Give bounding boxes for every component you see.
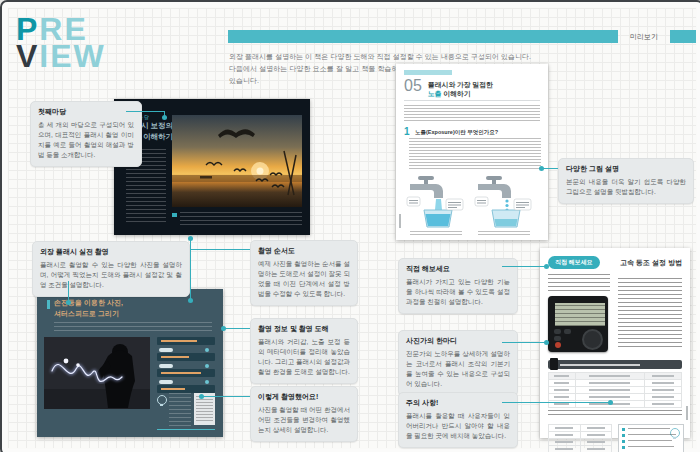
header-bar-right [670,30,696,43]
lesson-title-suffix: 이해하기 [442,90,471,97]
callout-title: 첫째마당 [38,107,134,117]
callout-body: 플래시와 거리감, 노출 보정 등의 메타데이터를 정리해 놓았습니다. 그리고… [258,337,350,377]
corner-label: 미리보기 [630,32,658,42]
connector-dot [162,115,167,120]
flow-step [157,337,215,345]
connector-line [502,342,547,343]
tip-box [618,424,684,452]
text-lines [548,410,682,418]
book-page-exposure: 05 플래시와 가장 밀접한 노출 이해하기 1 노출(Exposure)이란 … [396,64,548,240]
connector-dot [199,394,204,399]
callout-caution: 주의 사항! 플래시를 활용할 때 사용자들이 잊어버리거나 반드시 알아야 할… [398,392,518,448]
flash-button [564,329,571,334]
mini-flash-icon [550,358,558,370]
text-lines [54,322,212,334]
book-page-light-painting: 손전등을 이용한 사진, 셔터스피드로 그리기 [37,289,223,437]
flow-chart [157,337,215,395]
settings-table [548,424,612,452]
lesson-number: 05 [404,77,422,95]
step-text-lines [548,274,610,292]
flow-step [157,353,215,361]
photo-caption-lines [180,212,302,226]
flash-button [554,329,561,334]
callout-title: 촬영 정보 및 촬영 도해 [258,324,350,334]
light-painting-photo [44,337,150,409]
logo-line-2: VIEW [16,43,106,70]
connector-dot [544,340,549,345]
section-tab [404,70,452,75]
header-bar [228,30,618,43]
callout-title: 외장 플래시 실전 촬영 [40,247,182,257]
callout-title: 사진가의 한마디 [406,336,510,346]
connector-dot [544,264,549,269]
connector-dot [66,300,71,305]
flash-lcd-screen [553,301,607,328]
title-bullet [47,300,50,309]
page-edge-number [686,406,688,420]
callout-title: 다양한 그림 설명 [566,164,686,174]
callout-title: 직접 해보세요 [406,264,510,274]
callout-title: 촬영 순서도 [258,246,350,256]
figure-caption [478,231,530,235]
callout-shooting-flow: 촬영 순서도 예제 사진을 촬영하는 순서를 설명하는 도해로서 설정이 잘못 … [250,240,358,306]
connector-line [224,328,250,329]
callout-body: 예제 사진을 촬영하는 순서를 설명하는 도해로서 설정이 잘못 되었을 때 이… [258,259,350,299]
table-title-band [548,360,682,369]
tip-text-lines [169,393,191,427]
connector-dot [539,166,544,171]
page-edge-number [399,214,401,228]
connector-line [542,168,558,169]
lesson-title-accent: 노출 [428,90,442,97]
figure-caption [410,231,462,235]
flash-button [554,336,561,341]
page-b-title-line2: 셔터스피드로 그리기 [54,310,119,317]
callout-try-it: 직접 해보세요 플래시가 가지고 있는 다양한 기능을 하나씩 따라해 볼 수 … [398,258,518,314]
preview-logo: PRE VIEW [16,16,106,70]
connector-dot [608,400,613,405]
callout-title: 주의 사항! [406,398,510,408]
callout-body: 전문가의 노하우를 상세하게 설명하는 코너로서 플래시 조작의 기본기를 높여… [406,349,510,389]
connector-line [190,249,250,250]
flash-unit-photo [548,296,608,352]
connector-line [190,238,191,300]
faucet-diagram-closed [474,172,532,230]
inset-panel [194,393,215,425]
connector-line [502,266,547,267]
section-number: 1 [404,126,410,137]
flow-step [157,369,215,377]
callout-body: 플래시를 활용할 때 사용자들이 잊어버리거나 반드시 알아야 할 내용을 필요… [406,411,510,441]
book-preview-page: PRE VIEW 미리보기 외장 플래시를 설명하는 이 책은 다양한 도해와 … [0,0,700,452]
callout-title: 이렇게 촬영했어요! [258,392,350,402]
callout-body: 플래시로 촬영할 수 있는 다양한 사진을 설명하며, 어떻게 찍었는지 도해와… [40,260,182,290]
lightbulb-icon [157,395,167,405]
callout-various-figures: 다양한 그림 설명 본문의 내용을 더욱 알기 쉽도록 다양한 그림으로 설명을… [558,158,694,204]
page-b-title-line1: 손전등을 이용한 사진, [54,299,123,306]
try-it-tag: 직접 해보세요 [548,256,600,269]
body-text-lines [618,278,682,348]
caption-mark [172,213,177,217]
divider [404,100,540,101]
callout-body: 본문의 내용을 더욱 알기 쉽도록 다양한 그림으로 설명을 뒷받침합니다. [566,177,686,197]
flash-dial [582,329,603,350]
callout-practice-shooting: 외장 플래시 실전 촬영 플래시로 촬영할 수 있는 다양한 사진을 설명하며,… [32,241,190,297]
book-page-chapter-opener: 첫째마당 플래시 보정의 기능 이해하기 [114,99,310,235]
section-title: 노출(Exposure)이란 무엇인가요? [415,129,498,136]
connector-line [502,402,610,403]
book-page-high-speed-sync: 직접 해보세요 고속 동조 설정 방법 [540,248,690,438]
connector-line [202,396,250,397]
callout-body: 사진을 촬영할 때 어떤 환경에서 어떤 조건들을 변경하여 촬영했는지 상세히… [258,405,350,435]
divider [157,429,215,430]
text-lines [404,105,540,122]
callout-photographer-tip: 사진가의 한마디 전문가의 노하우를 상세하게 설명하는 코너로서 플래시 조작… [398,330,518,396]
page-b-title: 손전등을 이용한 사진, 셔터스피드로 그리기 [54,298,123,319]
flash-power-button [555,342,561,348]
page-d-header: 고속 동조 설정 방법 [620,258,682,268]
flow-step [157,385,215,393]
sunset-birds-photo [172,115,302,207]
connector-dot [221,326,226,331]
callout-body: 플래시가 가지고 있는 다양한 기능을 하나씩 따라해 볼 수 있도록 설정 과… [406,277,510,307]
lesson-title-line2: 노출 이해하기 [428,89,471,99]
connector-line [68,281,69,302]
connector-dot [188,236,193,241]
connector-dot [188,298,193,303]
